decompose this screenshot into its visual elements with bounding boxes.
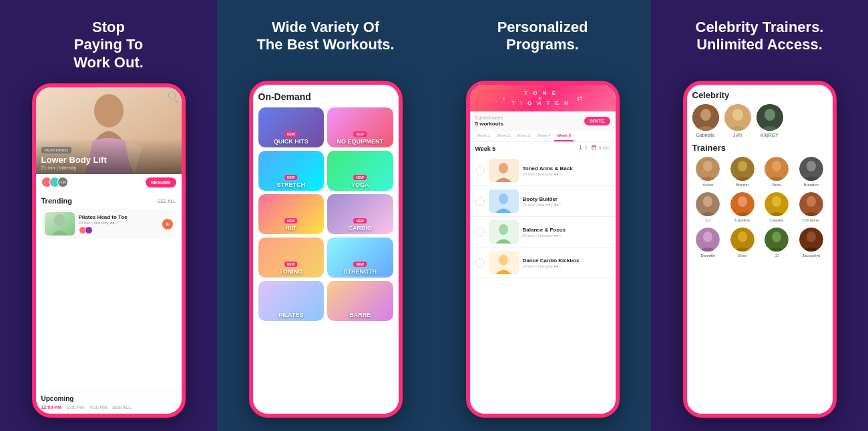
svg-point-5 bbox=[499, 163, 508, 173]
celeb-item-gabrielle[interactable]: Gabrielle bbox=[692, 104, 719, 137]
workout-checkbox-2[interactable] bbox=[475, 197, 485, 206]
tile-hiit[interactable]: NEW HIIT bbox=[258, 194, 324, 234]
trending-name: Pilates Head to Toe bbox=[79, 214, 158, 220]
week-tab-5[interactable]: Week 5 bbox=[554, 131, 574, 141]
panel-workouts: Wide Variety Of The Best Workouts. On-De… bbox=[217, 0, 434, 431]
week-tab-4[interactable]: Week 4 bbox=[534, 131, 553, 141]
current-week-info: Current week 5 workouts bbox=[475, 115, 503, 127]
tile-toning[interactable]: NEW TONING bbox=[258, 238, 324, 278]
workout-checkbox-3[interactable] bbox=[475, 228, 485, 237]
filter-icon[interactable]: ⇌ bbox=[577, 95, 582, 102]
on-demand-title: On-Demand bbox=[258, 91, 393, 102]
trainer-svg-danielle bbox=[696, 228, 720, 252]
trainer-cj[interactable]: CJ bbox=[692, 192, 724, 222]
trending-item[interactable]: Pilates Head to Toe 23 min | Intensity ●… bbox=[41, 209, 176, 239]
trainer-svg-brendon bbox=[799, 157, 823, 181]
week-tab-1[interactable]: Week 1 bbox=[474, 131, 493, 141]
tile-stretch[interactable]: NEW STRETCH bbox=[258, 151, 324, 191]
trainer-jacquelyn[interactable]: Jacquelyn bbox=[795, 228, 827, 258]
new-badge-6: NEW bbox=[353, 218, 367, 224]
trainers-grid: Aubre Breann Bree bbox=[692, 157, 827, 258]
trainer-christine[interactable]: Christine bbox=[795, 192, 827, 222]
trainer-name-bree: Bree bbox=[773, 183, 781, 187]
workout-item-info-3: Balance & Focus 23 min | Intensity ●●○ bbox=[523, 227, 610, 238]
current-week-bar: Current week 5 workouts INVITE bbox=[470, 111, 616, 131]
trainer-name-jj: JJ bbox=[775, 254, 779, 258]
trainer-name-caroline: Caroline bbox=[735, 218, 750, 222]
tile-no-equipment[interactable]: NEW NO EQUIPMENT bbox=[327, 107, 393, 147]
tile-label-8: STRENGTH bbox=[344, 268, 377, 275]
tile-label-10: BARRE bbox=[349, 312, 371, 318]
trainer-danielle[interactable]: Danielle bbox=[692, 228, 724, 258]
upcoming-section: Upcoming 12:00 PM 1:00 PM 4:00 PM SEE AL… bbox=[36, 392, 182, 414]
trainer-breann[interactable]: Breann bbox=[726, 157, 758, 187]
play-button[interactable] bbox=[162, 219, 173, 230]
tile-cardio[interactable]: NEW CARDIO bbox=[327, 194, 393, 234]
trainer-aubre[interactable]: Aubre bbox=[692, 157, 724, 187]
workout-name-1: Toned Arms & Back bbox=[523, 165, 610, 171]
week-tab-2[interactable]: Week 2 bbox=[494, 131, 513, 141]
trending-meta: 23 min | Intensity ●●○ bbox=[79, 221, 158, 225]
workout-thumb-3 bbox=[489, 220, 519, 244]
search-icon[interactable] bbox=[168, 91, 176, 99]
tile-yoga[interactable]: NEW YOGA bbox=[327, 151, 393, 191]
svg-point-39 bbox=[772, 232, 781, 242]
tile-barre[interactable]: BARRE bbox=[327, 281, 393, 321]
workout-item-4[interactable]: Dance Cardio Kickbox 18 min | Intensity … bbox=[470, 248, 616, 278]
trainer-avatar-jj bbox=[765, 228, 789, 252]
trending-thumb-svg bbox=[45, 212, 75, 236]
featured-badge: FEATURED bbox=[41, 147, 72, 153]
celeb-avatar-gabrielle bbox=[692, 104, 719, 131]
svg-point-35 bbox=[703, 232, 712, 242]
celebrity-row: Gabrielle JVN bbox=[692, 104, 827, 137]
svg-point-13 bbox=[700, 109, 711, 121]
workout-item-1[interactable]: Toned Arms & Back 23 min | Intensity ●●○ bbox=[470, 155, 616, 186]
workout-svg-2 bbox=[489, 189, 519, 213]
trainer-cassey[interactable]: Cassey bbox=[761, 192, 793, 222]
invite-button[interactable]: INVITE bbox=[584, 117, 610, 125]
trending-thumb bbox=[45, 212, 75, 236]
trainer-avatar-cj bbox=[696, 192, 720, 216]
trainer-avatar-brendon bbox=[799, 157, 823, 181]
trainer-avatar-cassey bbox=[765, 192, 789, 216]
trainer-name-aubre: Aubre bbox=[702, 183, 713, 187]
trainer-svg-jacquelyn bbox=[799, 228, 823, 252]
panel-celebrity: Celebrity Trainers. Unlimited Access. Ce… bbox=[651, 0, 868, 431]
svg-point-17 bbox=[765, 109, 775, 121]
workout-meta-1: 23 min | Intensity ●●○ bbox=[523, 172, 610, 176]
trainer-name-brendon: Brendon bbox=[803, 183, 819, 187]
see-all-trending[interactable]: SEE ALL bbox=[157, 199, 176, 203]
back-icon[interactable]: ‹ bbox=[503, 95, 505, 102]
tile-label-1: QUICK HITS bbox=[274, 138, 308, 145]
resume-button[interactable]: RESUME bbox=[146, 177, 176, 187]
trainer-jj[interactable]: JJ bbox=[761, 228, 793, 258]
trainer-bree[interactable]: Bree bbox=[761, 157, 793, 187]
workout-item-2[interactable]: Booty Builder 21 min | Intensity ●●○ bbox=[470, 186, 616, 217]
upcoming-times: 12:00 PM 1:00 PM 4:00 PM SEE ALL bbox=[41, 405, 176, 410]
tile-strength[interactable]: NEW STRENGTH bbox=[327, 238, 393, 278]
see-all-upcoming[interactable]: SEE ALL bbox=[112, 405, 131, 410]
svg-point-37 bbox=[738, 232, 747, 242]
new-badge-3: NEW bbox=[284, 175, 298, 180]
trainer-avatar-aubre bbox=[696, 157, 720, 181]
tile-pilates[interactable]: PILATES bbox=[258, 281, 324, 321]
workout-meta-3: 23 min | Intensity ●●○ bbox=[523, 234, 610, 238]
celeb-item-jvn[interactable]: JVN bbox=[724, 104, 751, 137]
celeb-item-kinrgy[interactable]: KINRGY bbox=[756, 104, 783, 137]
workout-checkbox-1[interactable] bbox=[475, 166, 485, 175]
tile-label-2: NO EQUIPMENT bbox=[337, 138, 383, 145]
week-tab-3[interactable]: Week 3 bbox=[514, 131, 533, 141]
program-header: ‹ T O N E & T I G H T E N ⇌ bbox=[470, 85, 616, 111]
svg-point-41 bbox=[807, 232, 816, 242]
trainer-elise[interactable]: Elise bbox=[726, 228, 758, 258]
trainer-caroline[interactable]: Caroline bbox=[726, 192, 758, 222]
workout-item-3[interactable]: Balance & Focus 23 min | Intensity ●●○ bbox=[470, 217, 616, 248]
panel-4-title: Celebrity Trainers. Unlimited Access. bbox=[696, 19, 824, 69]
workout-meta-2: 21 min | Intensity ●●○ bbox=[523, 203, 610, 207]
trainer-brendon[interactable]: Brendon bbox=[795, 157, 827, 187]
workout-checkbox-4[interactable] bbox=[475, 258, 485, 268]
hero-title: Lower Body Lift bbox=[41, 155, 176, 165]
tile-quick-hits[interactable]: NEW QUICK HITS bbox=[258, 107, 324, 147]
hero-image: FEATURED Lower Body Lift 21 min | Intens… bbox=[36, 87, 182, 174]
celebrity-screen: Celebrity Gabrielle bbox=[687, 85, 833, 414]
